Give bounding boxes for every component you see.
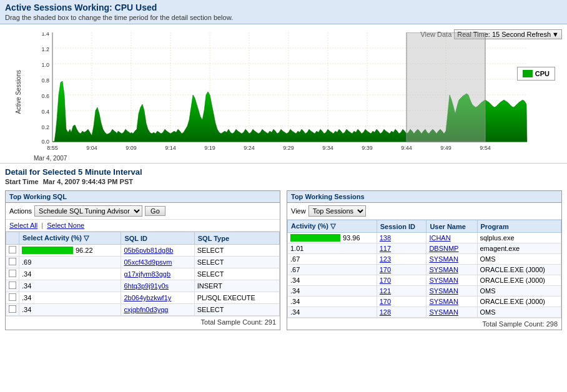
col-program: Program	[477, 220, 561, 233]
row-checkbox[interactable]	[9, 305, 16, 313]
svg-text:0.4: 0.4	[41, 109, 49, 115]
table-row: 93.96 138 ICHAN sqlplus.exe	[288, 233, 561, 243]
sql-id-link[interactable]: 6htq3p9j91y0s	[124, 282, 169, 290]
right-panel-title: Top Working Sessions	[287, 191, 561, 203]
page-title: Active Sessions Working: CPU Used	[5, 2, 562, 12]
session-id-link[interactable]: 128	[380, 308, 391, 316]
username-link[interactable]: SYSMAN	[429, 277, 458, 284]
session-id-link[interactable]: 170	[380, 298, 391, 305]
sql-id-link[interactable]: 2b064ybzkwf1y	[124, 294, 171, 301]
row-sql-type-cell: SELECT	[194, 304, 279, 316]
view-label: View	[291, 207, 306, 215]
row-activity-cell: .34	[19, 280, 121, 292]
row-checkbox[interactable]	[9, 293, 16, 301]
chart-area: View Data Real Time: 15 Second Refresh ▼…	[0, 24, 567, 164]
activity-bar	[290, 234, 340, 242]
username-link[interactable]: SYSMAN	[429, 255, 458, 263]
session-id-link[interactable]: 117	[380, 245, 391, 252]
row-sql-id-cell: 6htq3p9j91y0s	[121, 280, 194, 292]
row-session-id-cell: 123	[377, 254, 426, 265]
row-activity-cell: 93.96	[288, 233, 377, 243]
row-program-cell: OMS	[477, 254, 561, 265]
row-session-id-cell: 170	[377, 265, 426, 275]
username-link[interactable]: SYSMAN	[429, 287, 458, 295]
svg-text:0.2: 0.2	[41, 124, 49, 130]
row-session-id-cell: 138	[377, 233, 426, 243]
col-checkbox	[6, 232, 19, 245]
row-checkbox[interactable]	[9, 258, 16, 265]
sql-id-link[interactable]: cxjqbfn0d3yqg	[124, 306, 168, 313]
session-id-link[interactable]: 170	[380, 266, 391, 273]
username-link[interactable]: SYSMAN	[429, 266, 458, 273]
row-program-cell: sqlplus.exe	[477, 233, 561, 243]
session-id-link[interactable]: 138	[380, 234, 391, 242]
table-row: .34 2b064ybzkwf1y PL/SQL EXECUTE	[6, 292, 280, 304]
row-sql-id-cell: g17xjfym83ggb	[121, 268, 194, 280]
activity-bar	[22, 247, 73, 254]
row-username-cell: ICHAN	[426, 233, 477, 243]
username-link[interactable]: DBSNMP	[429, 245, 458, 252]
table-row: .34 128 SYSMAN OMS	[288, 307, 561, 318]
svg-text:9:49: 9:49	[440, 145, 451, 151]
cpu-legend-color	[523, 70, 533, 77]
start-value: Mar 4, 2007 9:44:43 PM PST	[43, 178, 133, 185]
row-checkbox[interactable]	[9, 246, 16, 253]
username-link[interactable]: SYSMAN	[429, 298, 458, 305]
table-row: .34 170 SYSMAN ORACLE.EXE (J000)	[288, 275, 561, 286]
row-sql-id-cell: 2b064ybzkwf1y	[121, 292, 194, 304]
chart-svg: 1.4 1.2 1.0 0.8 0.6 0.4 0.2 0.0 8:55 9:0…	[34, 32, 540, 151]
svg-text:9:39: 9:39	[362, 145, 373, 151]
row-sql-type-cell: INSERT	[194, 280, 279, 292]
activity-value: .34	[290, 298, 300, 305]
username-link[interactable]: ICHAN	[429, 234, 450, 242]
username-link[interactable]: SYSMAN	[429, 308, 458, 316]
row-session-id-cell: 117	[377, 243, 426, 254]
sql-id-link[interactable]: g17xjfym83ggb	[124, 270, 170, 278]
table-row: .34 170 SYSMAN ORACLE.EXE (J000)	[288, 296, 561, 307]
activity-value: .34	[22, 270, 31, 278]
activity-value: .34	[290, 308, 300, 316]
activity-value: 1.01	[290, 245, 303, 252]
x-axis-sublabel: Mar 4, 2007	[34, 155, 67, 162]
table-row: .34 6htq3p9j91y0s INSERT	[6, 280, 280, 292]
session-id-link[interactable]: 121	[380, 287, 391, 295]
session-id-link[interactable]: 123	[380, 255, 391, 263]
row-activity-cell: .67	[288, 254, 377, 265]
session-id-link[interactable]: 170	[380, 277, 391, 284]
go-button[interactable]: Go	[145, 206, 165, 216]
activity-value: .34	[290, 277, 300, 284]
view-bar: View Top Sessions	[287, 203, 561, 220]
table-row: .67 170 SYSMAN ORACLE.EXE (J000)	[288, 265, 561, 275]
row-activity-cell: 1.01	[288, 243, 377, 254]
col-session-activity[interactable]: Activity (%)	[288, 220, 377, 233]
activity-value: .34	[22, 294, 31, 301]
chart-legend: CPU	[517, 67, 555, 81]
actions-bar: Actions Schedule SQL Tuning Advisor Go	[6, 203, 280, 220]
row-checkbox-cell	[6, 280, 19, 292]
row-sql-type-cell: SELECT	[194, 245, 279, 257]
row-checkbox[interactable]	[9, 282, 16, 289]
sql-id-link[interactable]: 05xcf43d9psvm	[124, 258, 172, 266]
activity-value: .34	[290, 287, 300, 295]
row-sql-type-cell: PL/SQL EXECUTE	[194, 292, 279, 304]
select-none-link[interactable]: Select None	[47, 222, 84, 229]
select-all-link[interactable]: Select All	[9, 222, 37, 229]
row-session-id-cell: 170	[377, 275, 426, 286]
col-activity[interactable]: Select Activity (%)	[19, 232, 121, 245]
row-session-id-cell: 128	[377, 307, 426, 318]
actions-label: Actions	[9, 207, 32, 215]
svg-text:0.8: 0.8	[41, 77, 49, 84]
view-select[interactable]: Top Sessions	[308, 205, 366, 217]
svg-text:9:44: 9:44	[401, 145, 412, 151]
actions-select[interactable]: Schedule SQL Tuning Advisor	[34, 205, 142, 217]
table-row: .67 123 SYSMAN OMS	[288, 254, 561, 265]
svg-text:9:19: 9:19	[204, 145, 215, 151]
row-username-cell: SYSMAN	[426, 296, 477, 307]
activity-value: 96.22	[76, 247, 93, 254]
sessions-total-count: Total Sample Count: 298	[287, 318, 561, 330]
row-username-cell: SYSMAN	[426, 275, 477, 286]
row-activity-cell: .34	[288, 296, 377, 307]
sql-id-link[interactable]: 05b6pvb81dg8b	[124, 247, 173, 254]
row-checkbox[interactable]	[9, 270, 16, 277]
svg-text:1.2: 1.2	[41, 46, 49, 52]
